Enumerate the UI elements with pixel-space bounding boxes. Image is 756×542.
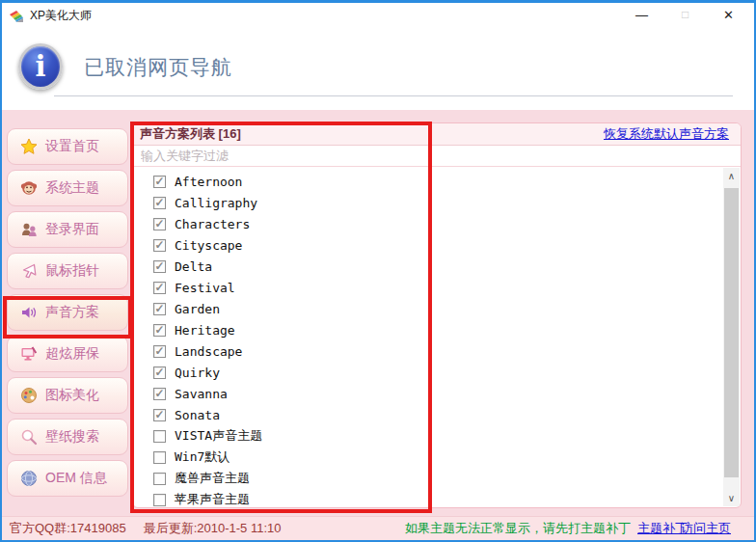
list-item[interactable]: ✓ 魔兽声音主题 (133, 468, 741, 489)
notification-banner: i 已取消网页导航 (2, 29, 754, 110)
sound-item-label: Win7默认 (175, 448, 230, 466)
sound-checkbox[interactable]: ✓ (153, 239, 166, 252)
sound-checkbox[interactable]: ✓ (153, 218, 166, 230)
scrollbar-thumb[interactable] (724, 188, 739, 477)
filter-row (133, 146, 741, 167)
sidebar-item-screensaver[interactable]: 超炫屏保 (7, 336, 128, 372)
sound-checkbox[interactable]: ✓ (153, 176, 166, 188)
sound-checkbox[interactable]: ✓ (153, 473, 166, 485)
sound-checkbox[interactable]: ✓ (153, 388, 166, 400)
sound-item-label: Festival (175, 281, 235, 295)
list-item[interactable]: ✓ Characters (133, 213, 741, 234)
status-left: 官方QQ群:17419085 最后更新:2010-1-5 11:10 (10, 517, 282, 539)
separator (54, 95, 733, 96)
sound-checkbox[interactable]: ✓ (153, 324, 166, 337)
sidebar-item-label: OEM 信息 (45, 470, 107, 487)
sound-list: ✓ Afternoon ✓ Calligraphy ✓ Characters ✓… (133, 167, 741, 507)
list-item[interactable]: ✓ Landscape (133, 340, 741, 362)
sound-item-label: Heritage (175, 323, 235, 338)
sound-checkbox[interactable]: ✓ (153, 409, 166, 421)
panel-title: 声音方案列表 [16] (140, 125, 241, 143)
sound-item-label: 魔兽声音主题 (175, 470, 250, 487)
list-item[interactable]: ✓ Cityscape (133, 234, 741, 256)
sound-item-label: Delta (175, 259, 212, 274)
panel-header: 声音方案列表 [16] 恢复系统默认声音方案 (133, 123, 741, 146)
sound-item-label: VISTA声音主题 (175, 427, 262, 445)
check-icon: ✓ (154, 176, 164, 187)
sidebar-item-label: 鼠标指针 (45, 262, 99, 280)
main-area: 设置首页 系统主题 (2, 110, 754, 516)
sidebar-item-system-theme[interactable]: 系统主题 (7, 170, 128, 206)
sidebar-item-mouse-cursor[interactable]: 鼠标指针 (7, 253, 128, 289)
sidebar-item-label: 系统主题 (45, 179, 99, 197)
sound-checkbox[interactable]: ✓ (153, 366, 166, 379)
check-icon: ✓ (154, 260, 164, 272)
list-item[interactable]: ✓ VISTA声音主题 (133, 425, 741, 447)
sidebar-item-logon-ui[interactable]: 登录界面 (7, 211, 128, 248)
restore-default-link[interactable]: 恢复系统默认声音方案 (604, 125, 729, 143)
sidebar-item-label: 壁纸搜索 (45, 428, 99, 446)
sound-checkbox[interactable]: ✓ (153, 282, 166, 294)
check-icon: ✓ (154, 239, 164, 251)
sound-checkbox[interactable]: ✓ (153, 430, 166, 443)
sidebar-item-label: 图标美化 (45, 387, 99, 404)
filter-input[interactable] (133, 146, 741, 166)
sound-checkbox[interactable]: ✓ (153, 451, 166, 464)
sidebar-item-label: 声音方案 (45, 304, 99, 321)
status-bar: 官方QQ群:17419085 最后更新:2010-1-5 11:10 如果主题无… (2, 516, 754, 540)
check-icon: ✓ (154, 303, 164, 314)
list-item[interactable]: ✓ Afternoon (133, 171, 741, 192)
sidebar-item-label: 登录界面 (45, 221, 99, 238)
info-glyph: i (35, 53, 45, 81)
scroll-up-icon[interactable]: ∧ (723, 168, 740, 184)
check-icon: ✓ (154, 388, 164, 399)
sound-scheme-panel: 声音方案列表 [16] 恢复系统默认声音方案 ✓ Afternoon ✓ Cal… (132, 122, 742, 508)
list-item[interactable]: ✓ Festival (133, 277, 741, 298)
sidebar-item-sound-scheme[interactable]: 声音方案 (7, 294, 128, 331)
sound-checkbox[interactable]: ✓ (153, 345, 166, 358)
window-controls: — □ ✕ (620, 3, 750, 29)
globe-icon (20, 470, 38, 487)
app-logo-icon (9, 9, 24, 24)
list-item[interactable]: ✓ 苹果声音主题 (133, 489, 741, 507)
scrollbar[interactable]: ∧ ∨ (723, 168, 740, 506)
qq-group-text: 官方QQ群:17419085 (10, 517, 126, 539)
list-item[interactable]: ✓ Garden (133, 298, 741, 319)
users-icon (20, 221, 38, 238)
sound-item-label: Landscape (175, 344, 242, 359)
sound-checkbox[interactable]: ✓ (153, 303, 166, 315)
title-bar: XP美化大师 — □ ✕ (2, 3, 754, 29)
sidebar: 设置首页 系统主题 (7, 128, 128, 501)
list-item[interactable]: ✓ Sonata (133, 404, 741, 425)
sound-item-label: Quirky (175, 366, 220, 380)
check-icon: ✓ (154, 345, 164, 357)
sidebar-item-wallpaper-search[interactable]: 壁纸搜索 (7, 419, 128, 455)
patch-notice-text: 如果主题无法正常显示，请先打主题补丁 (405, 517, 631, 539)
sidebar-item-label: 设置首页 (45, 138, 99, 155)
sidebar-item-homepage[interactable]: 设置首页 (7, 128, 128, 165)
sidebar-item-oem-info[interactable]: OEM 信息 (7, 460, 128, 497)
list-item[interactable]: ✓ Savanna (133, 383, 741, 404)
close-button[interactable]: ✕ (707, 3, 750, 29)
palette-icon (20, 387, 38, 404)
cursor-icon (20, 262, 38, 280)
visit-homepage-link[interactable]: 访问主页 (681, 517, 731, 539)
list-item[interactable]: ✓ Quirky (133, 362, 741, 383)
sound-item-label: Cityscape (175, 238, 242, 253)
sidebar-item-icon-beautify[interactable]: 图标美化 (7, 377, 128, 414)
list-item[interactable]: ✓ Heritage (133, 319, 741, 340)
list-item[interactable]: ✓ Delta (133, 256, 741, 277)
minimize-button[interactable]: — (620, 3, 663, 29)
sound-item-label: Garden (175, 302, 220, 316)
sound-checkbox[interactable]: ✓ (153, 260, 166, 273)
screensaver-icon (20, 345, 38, 363)
status-middle: 如果主题无法正常显示，请先打主题补丁 主题补丁 (405, 517, 688, 539)
scroll-down-icon[interactable]: ∨ (723, 490, 740, 506)
star-icon (20, 138, 38, 155)
check-icon: ✓ (154, 324, 164, 336)
sound-checkbox[interactable]: ✓ (153, 494, 166, 506)
list-item[interactable]: ✓ Win7默认 (133, 447, 741, 468)
sound-checkbox[interactable]: ✓ (153, 197, 166, 209)
list-item[interactable]: ✓ Calligraphy (133, 192, 741, 213)
sidebar-item-label: 超炫屏保 (45, 345, 99, 363)
